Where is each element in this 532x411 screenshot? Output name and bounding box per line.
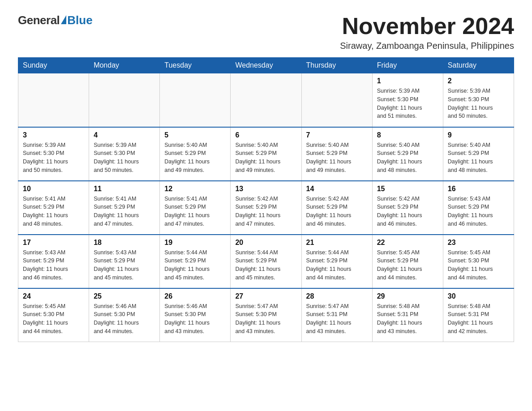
- day-number: 21: [306, 239, 368, 247]
- calendar-day-cell: 20Sunrise: 5:44 AMSunset: 5:29 PMDayligh…: [231, 235, 301, 288]
- day-number: 23: [448, 239, 509, 247]
- day-number: 3: [23, 131, 84, 139]
- day-info: Sunrise: 5:46 AMSunset: 5:30 PMDaylight:…: [94, 302, 155, 336]
- calendar-day-cell: 7Sunrise: 5:40 AMSunset: 5:29 PMDaylight…: [301, 127, 372, 181]
- calendar-day-cell: 15Sunrise: 5:42 AMSunset: 5:29 PMDayligh…: [372, 181, 443, 235]
- day-number: 2: [448, 77, 509, 85]
- day-number: 17: [23, 239, 84, 247]
- month-title: November 2024: [340, 13, 514, 39]
- day-info: Sunrise: 5:45 AMSunset: 5:30 PMDaylight:…: [448, 248, 509, 282]
- day-number: 10: [23, 185, 84, 193]
- calendar-day-cell: 16Sunrise: 5:43 AMSunset: 5:29 PMDayligh…: [443, 181, 514, 235]
- calendar-header-row: SundayMondayTuesdayWednesdayThursdayFrid…: [18, 58, 514, 73]
- day-number: 5: [164, 131, 226, 139]
- day-info: Sunrise: 5:41 AMSunset: 5:29 PMDaylight:…: [164, 195, 226, 228]
- day-info: Sunrise: 5:40 AMSunset: 5:29 PMDaylight:…: [377, 141, 438, 175]
- day-info: Sunrise: 5:42 AMSunset: 5:29 PMDaylight:…: [377, 195, 438, 228]
- calendar-week-row: 3Sunrise: 5:39 AMSunset: 5:30 PMDaylight…: [18, 127, 514, 181]
- calendar-day-cell: 23Sunrise: 5:45 AMSunset: 5:30 PMDayligh…: [443, 235, 514, 288]
- day-number: 30: [448, 292, 509, 300]
- day-info: Sunrise: 5:39 AMSunset: 5:30 PMDaylight:…: [23, 141, 84, 175]
- calendar-day-cell: 9Sunrise: 5:40 AMSunset: 5:29 PMDaylight…: [443, 127, 514, 181]
- calendar-day-cell: [89, 73, 160, 127]
- day-number: 13: [235, 185, 296, 193]
- calendar-day-cell: 6Sunrise: 5:40 AMSunset: 5:29 PMDaylight…: [231, 127, 301, 181]
- calendar-day-cell: 11Sunrise: 5:41 AMSunset: 5:29 PMDayligh…: [89, 181, 160, 235]
- day-info: Sunrise: 5:39 AMSunset: 5:30 PMDaylight:…: [377, 87, 438, 120]
- calendar-day-cell: 27Sunrise: 5:47 AMSunset: 5:30 PMDayligh…: [231, 288, 301, 342]
- day-info: Sunrise: 5:44 AMSunset: 5:29 PMDaylight:…: [164, 248, 226, 282]
- calendar-day-cell: 8Sunrise: 5:40 AMSunset: 5:29 PMDaylight…: [372, 127, 443, 181]
- day-info: Sunrise: 5:40 AMSunset: 5:29 PMDaylight:…: [306, 141, 368, 175]
- calendar-day-cell: 30Sunrise: 5:48 AMSunset: 5:31 PMDayligh…: [443, 288, 514, 342]
- day-info: Sunrise: 5:44 AMSunset: 5:29 PMDaylight:…: [306, 248, 368, 282]
- calendar-day-cell: 19Sunrise: 5:44 AMSunset: 5:29 PMDayligh…: [160, 235, 231, 288]
- day-number: 4: [94, 131, 155, 139]
- day-info: Sunrise: 5:48 AMSunset: 5:31 PMDaylight:…: [377, 302, 438, 336]
- day-number: 6: [235, 131, 296, 139]
- day-number: 26: [164, 292, 226, 300]
- logo-blue-text: Blue: [67, 13, 92, 27]
- logo-general-text: General: [18, 13, 60, 27]
- day-info: Sunrise: 5:45 AMSunset: 5:30 PMDaylight:…: [23, 302, 84, 336]
- calendar-header-saturday: Saturday: [443, 58, 514, 73]
- day-info: Sunrise: 5:40 AMSunset: 5:29 PMDaylight:…: [164, 141, 226, 175]
- calendar-day-cell: [18, 73, 89, 127]
- title-section: November 2024 Siraway, Zamboanga Peninsu…: [340, 13, 514, 51]
- calendar-day-cell: 4Sunrise: 5:39 AMSunset: 5:30 PMDaylight…: [89, 127, 160, 181]
- day-number: 27: [235, 292, 296, 300]
- day-number: 24: [23, 292, 84, 300]
- day-info: Sunrise: 5:40 AMSunset: 5:29 PMDaylight:…: [235, 141, 296, 175]
- day-info: Sunrise: 5:42 AMSunset: 5:29 PMDaylight:…: [235, 195, 296, 228]
- calendar-day-cell: 28Sunrise: 5:47 AMSunset: 5:31 PMDayligh…: [301, 288, 372, 342]
- calendar-week-row: 10Sunrise: 5:41 AMSunset: 5:29 PMDayligh…: [18, 181, 514, 235]
- day-info: Sunrise: 5:47 AMSunset: 5:30 PMDaylight:…: [235, 302, 296, 336]
- calendar-day-cell: 18Sunrise: 5:43 AMSunset: 5:29 PMDayligh…: [89, 235, 160, 288]
- day-number: 12: [164, 185, 226, 193]
- calendar-day-cell: 22Sunrise: 5:45 AMSunset: 5:29 PMDayligh…: [372, 235, 443, 288]
- calendar-day-cell: 24Sunrise: 5:45 AMSunset: 5:30 PMDayligh…: [18, 288, 89, 342]
- day-info: Sunrise: 5:43 AMSunset: 5:29 PMDaylight:…: [94, 248, 155, 282]
- day-number: 14: [306, 185, 368, 193]
- day-info: Sunrise: 5:41 AMSunset: 5:29 PMDaylight:…: [94, 195, 155, 228]
- day-info: Sunrise: 5:40 AMSunset: 5:29 PMDaylight:…: [448, 141, 509, 175]
- calendar-day-cell: 3Sunrise: 5:39 AMSunset: 5:30 PMDaylight…: [18, 127, 89, 181]
- day-number: 20: [235, 239, 296, 247]
- calendar-week-row: 24Sunrise: 5:45 AMSunset: 5:30 PMDayligh…: [18, 288, 514, 342]
- calendar-day-cell: 21Sunrise: 5:44 AMSunset: 5:29 PMDayligh…: [301, 235, 372, 288]
- page-header: General Blue November 2024 Siraway, Zamb…: [18, 13, 514, 51]
- calendar-header-monday: Monday: [89, 58, 160, 73]
- calendar-header-thursday: Thursday: [301, 58, 372, 73]
- calendar-header-tuesday: Tuesday: [160, 58, 231, 73]
- day-info: Sunrise: 5:39 AMSunset: 5:30 PMDaylight:…: [448, 87, 509, 120]
- calendar-day-cell: 25Sunrise: 5:46 AMSunset: 5:30 PMDayligh…: [89, 288, 160, 342]
- day-info: Sunrise: 5:43 AMSunset: 5:29 PMDaylight:…: [23, 248, 84, 282]
- calendar-header-friday: Friday: [372, 58, 443, 73]
- day-number: 19: [164, 239, 226, 247]
- day-number: 11: [94, 185, 155, 193]
- day-info: Sunrise: 5:39 AMSunset: 5:30 PMDaylight:…: [94, 141, 155, 175]
- day-number: 22: [377, 239, 438, 247]
- day-number: 18: [94, 239, 155, 247]
- day-info: Sunrise: 5:44 AMSunset: 5:29 PMDaylight:…: [235, 248, 296, 282]
- day-number: 9: [448, 131, 509, 139]
- day-number: 29: [377, 292, 438, 300]
- calendar-table: SundayMondayTuesdayWednesdayThursdayFrid…: [18, 57, 514, 342]
- calendar-day-cell: 5Sunrise: 5:40 AMSunset: 5:29 PMDaylight…: [160, 127, 231, 181]
- calendar-header-sunday: Sunday: [18, 58, 89, 73]
- calendar-week-row: 1Sunrise: 5:39 AMSunset: 5:30 PMDaylight…: [18, 73, 514, 127]
- logo: General Blue: [18, 13, 93, 27]
- calendar-day-cell: [301, 73, 372, 127]
- calendar-week-row: 17Sunrise: 5:43 AMSunset: 5:29 PMDayligh…: [18, 235, 514, 288]
- calendar-day-cell: 26Sunrise: 5:46 AMSunset: 5:30 PMDayligh…: [160, 288, 231, 342]
- logo-triangle-icon: [61, 15, 66, 24]
- day-info: Sunrise: 5:42 AMSunset: 5:29 PMDaylight:…: [306, 195, 368, 228]
- location-subtitle: Siraway, Zamboanga Peninsula, Philippine…: [340, 41, 514, 51]
- day-info: Sunrise: 5:43 AMSunset: 5:29 PMDaylight:…: [448, 195, 509, 228]
- day-number: 15: [377, 185, 438, 193]
- day-info: Sunrise: 5:45 AMSunset: 5:29 PMDaylight:…: [377, 248, 438, 282]
- calendar-day-cell: [160, 73, 231, 127]
- day-info: Sunrise: 5:41 AMSunset: 5:29 PMDaylight:…: [23, 195, 84, 228]
- calendar-day-cell: 29Sunrise: 5:48 AMSunset: 5:31 PMDayligh…: [372, 288, 443, 342]
- day-number: 1: [377, 77, 438, 85]
